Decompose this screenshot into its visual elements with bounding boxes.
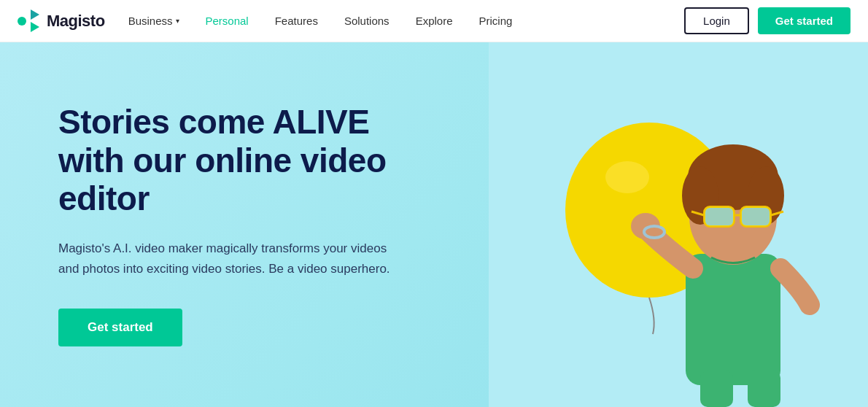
nav-link-features[interactable]: Features [275, 15, 318, 27]
hero-title: Stories come ALIVE with our online video… [58, 103, 438, 219]
get-started-hero-button[interactable]: Get started [58, 309, 182, 346]
nav-link-personal[interactable]: Personal [206, 15, 249, 27]
hero-image [489, 42, 868, 407]
svg-rect-11 [742, 208, 770, 225]
nav-actions: Login Get started [684, 7, 850, 34]
login-button[interactable]: Login [684, 7, 749, 34]
chevron-down-icon: ▾ [176, 17, 179, 25]
logo-play-green [31, 22, 39, 32]
logo-play-teal [31, 9, 39, 20]
hero-content: Stories come ALIVE with our online video… [0, 59, 496, 391]
svg-rect-10 [705, 208, 733, 225]
logo-text: Magisto [47, 12, 105, 31]
hero-illustration [489, 42, 868, 407]
svg-rect-18 [748, 371, 780, 407]
navbar: Magisto Business ▾ Personal Features Sol… [0, 0, 868, 42]
svg-rect-17 [700, 371, 733, 407]
hero-section: Stories come ALIVE with our online video… [0, 42, 868, 407]
svg-point-2 [605, 161, 649, 193]
nav-link-pricing[interactable]: Pricing [478, 15, 512, 27]
nav-links: Business ▾ Personal Features Solutions E… [128, 15, 684, 27]
logo-area[interactable]: Magisto [18, 9, 105, 32]
nav-link-business[interactable]: Business ▾ [128, 15, 179, 27]
logo-dot [18, 17, 26, 26]
get-started-nav-button[interactable]: Get started [758, 7, 850, 34]
hero-subtitle: Magisto's A.I. video maker magically tra… [58, 239, 394, 279]
nav-link-explore[interactable]: Explore [416, 15, 453, 27]
logo-icon [18, 9, 41, 32]
nav-link-solutions[interactable]: Solutions [344, 15, 390, 27]
